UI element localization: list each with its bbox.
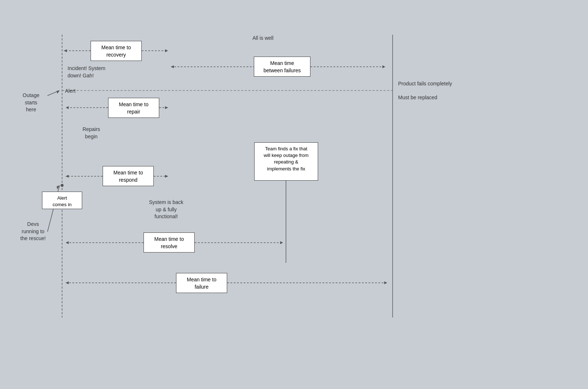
svg-marker-15 xyxy=(165,106,168,109)
mean-time-respond-label: Mean time torespond xyxy=(114,170,143,183)
mean-time-resolve-label: Mean time toresolve xyxy=(154,236,184,249)
all-is-well-label: All is well xyxy=(241,35,285,42)
svg-marker-13 xyxy=(66,106,69,109)
svg-marker-22 xyxy=(66,241,69,244)
svg-marker-28 xyxy=(384,281,387,284)
mean-time-between-failures-label: Mean timebetween failures xyxy=(264,60,301,73)
mean-time-repair-label: Mean time torepair xyxy=(119,101,149,115)
svg-marker-19 xyxy=(165,175,168,178)
product-fails-label: Product fails completely xyxy=(398,80,471,88)
alert-comes-in-box: Alertcomes in xyxy=(42,192,82,209)
alert-text-label: Alert xyxy=(65,88,87,95)
alert-comes-in-label: Alertcomes in xyxy=(53,195,72,207)
svg-point-20 xyxy=(61,184,64,187)
team-fix-label: Team finds a fix thatwill keep outage fr… xyxy=(264,146,309,172)
system-back-label: System is backup & fullyfunctional! xyxy=(141,199,192,220)
mean-time-failure-box: Mean time tofailure xyxy=(176,273,227,293)
mean-time-recovery-box: Mean time to recovery xyxy=(91,41,142,61)
svg-marker-30 xyxy=(57,90,60,94)
svg-marker-5 xyxy=(64,49,67,52)
devs-running-label: Devsrunning tothe rescue! xyxy=(14,221,52,242)
svg-marker-17 xyxy=(66,175,69,178)
svg-marker-7 xyxy=(165,49,168,52)
svg-marker-24 xyxy=(280,241,283,244)
diagram-container: Mean time to recovery Mean timebetween f… xyxy=(0,0,588,389)
mean-time-resolve-box: Mean time toresolve xyxy=(144,232,195,253)
mean-time-failure-label: Mean time tofailure xyxy=(187,277,217,290)
mean-time-recovery-label: Mean time to recovery xyxy=(102,45,131,58)
team-fix-box: Team finds a fix thatwill keep outage fr… xyxy=(254,142,318,181)
svg-marker-9 xyxy=(171,65,174,68)
mean-time-between-failures-box: Mean timebetween failures xyxy=(254,57,310,77)
incident-label: Incident! Systemdown! Gah! xyxy=(68,65,122,79)
mean-time-repair-box: Mean time torepair xyxy=(108,98,159,118)
repairs-begin-label: Repairsbegin xyxy=(75,126,108,140)
outage-starts-label: Outagestartshere xyxy=(15,92,47,113)
svg-marker-11 xyxy=(382,65,385,68)
svg-marker-26 xyxy=(66,281,69,284)
must-replaced-label: Must be replaced xyxy=(398,94,471,101)
mean-time-respond-box: Mean time torespond xyxy=(103,166,154,186)
